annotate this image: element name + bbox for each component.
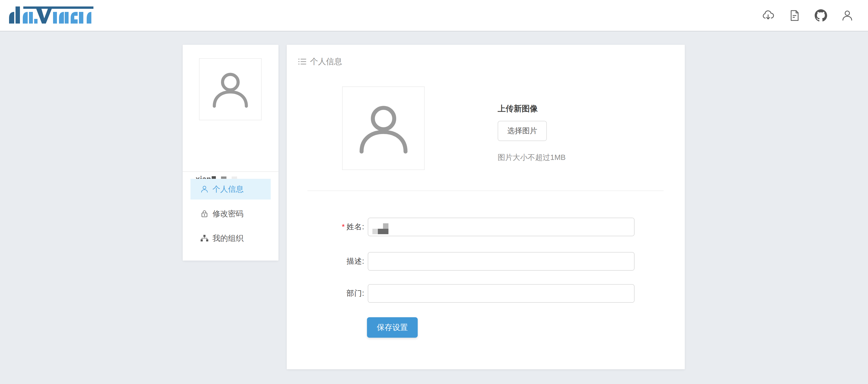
name-input[interactable]	[368, 218, 634, 236]
sidebar-item-label: 我的组织	[213, 233, 244, 244]
sidebar-item-personal-info[interactable]: 个人信息	[190, 179, 271, 199]
save-settings-button[interactable]: 保存设置	[367, 317, 418, 338]
description-input[interactable]	[368, 252, 634, 271]
panel-header: 个人信息	[298, 56, 342, 67]
description-label: 描述:	[287, 256, 364, 266]
org-chart-icon	[200, 234, 209, 243]
list-icon	[298, 57, 307, 66]
department-input-wrap	[368, 284, 634, 303]
sidebar-menu: 个人信息 修改密码 我的组织	[190, 179, 271, 253]
sidebar-item-change-password[interactable]: 修改密码	[190, 203, 271, 224]
form-row-department: 部门:	[287, 284, 634, 303]
document-icon[interactable]	[788, 9, 801, 22]
profile-sidebar: xian 个人信息 修改密码	[183, 45, 278, 261]
form-row-description: 描述:	[287, 252, 634, 271]
department-label: 部门:	[287, 288, 364, 298]
davinci-logo-icon	[9, 6, 93, 24]
upload-section: 上传新图像 选择图片 图片大小不超过1MB	[498, 103, 566, 163]
person-icon	[200, 185, 209, 193]
sidebar-item-my-organizations[interactable]: 我的组织	[190, 228, 271, 249]
panel-title: 个人信息	[310, 56, 342, 67]
sidebar-divider	[183, 171, 278, 172]
profile-avatar-preview	[342, 87, 425, 170]
github-icon[interactable]	[815, 9, 827, 22]
personal-info-panel: 个人信息 上传新图像 选择图片 图片大小不超过1MB *姓名: 描述:	[287, 45, 685, 369]
name-value-redaction-block	[378, 229, 389, 234]
avatar-placeholder-icon	[353, 98, 414, 159]
choose-image-button[interactable]: 选择图片	[498, 121, 547, 141]
department-input[interactable]	[368, 284, 634, 303]
required-asterisk: *	[342, 223, 345, 231]
user-icon[interactable]	[841, 9, 854, 22]
name-input-wrap	[368, 218, 634, 236]
cloud-download-icon[interactable]	[762, 9, 774, 22]
sidebar-item-label: 个人信息	[213, 184, 244, 195]
sidebar-avatar	[199, 58, 261, 120]
upload-title: 上传新图像	[498, 103, 566, 114]
section-divider	[307, 190, 663, 191]
name-label: *姓名:	[287, 222, 364, 232]
name-value-redaction-block	[372, 229, 378, 234]
davinci-logo[interactable]	[9, 6, 93, 25]
sidebar-item-label: 修改密码	[213, 209, 244, 219]
upload-hint: 图片大小不超过1MB	[498, 152, 566, 163]
description-input-wrap	[368, 252, 634, 271]
top-navbar	[0, 0, 868, 32]
navbar-actions	[762, 9, 854, 22]
name-value-redaction-block	[383, 223, 389, 229]
avatar-placeholder-icon	[208, 67, 253, 111]
form-row-name: *姓名:	[287, 218, 634, 236]
lock-icon	[200, 210, 209, 218]
